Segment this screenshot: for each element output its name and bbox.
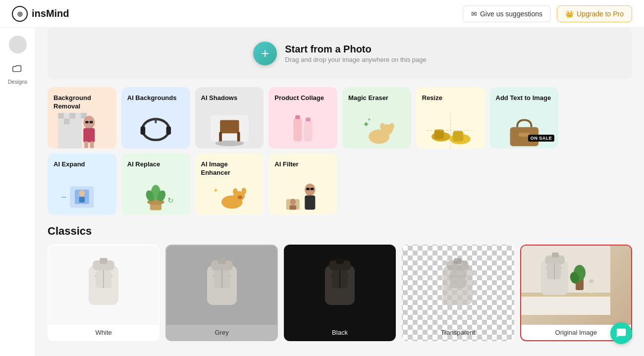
feature-card-ai-enhancer[interactable]: AI Image Enhancer ✦ — [195, 153, 264, 215]
feature-preview-ai-replace: ↻ — [127, 171, 184, 215]
classic-card-grey[interactable]: Grey — [165, 245, 277, 341]
feature-card-ai-filter[interactable]: AI Filter — [268, 153, 337, 215]
classic-preview-black — [285, 246, 395, 325]
svg-rect-19 — [220, 120, 239, 133]
classic-label-white: White — [49, 325, 159, 340]
svg-rect-23 — [293, 117, 302, 141]
header: ◎ insMind ✉ Give us suggestions 👑 Upgrad… — [0, 0, 644, 28]
feature-preview-ai-backgrounds — [127, 104, 184, 149]
svg-rect-21 — [237, 132, 240, 141]
classic-card-transparent[interactable]: Transparent — [402, 245, 514, 341]
svg-rect-68 — [100, 258, 107, 264]
svg-rect-99 — [552, 253, 559, 257]
feature-title-magic-eraser: Magic Eraser — [348, 94, 405, 102]
feature-preview-ai-expand: ↔ — [54, 171, 110, 215]
svg-rect-34 — [434, 129, 443, 139]
feature-card-ai-expand[interactable]: AI Expand ↔ — [48, 153, 116, 215]
svg-rect-7 — [64, 118, 70, 124]
logo-icon: ◎ — [12, 6, 28, 22]
svg-point-54 — [233, 188, 238, 195]
feature-card-resize[interactable]: Resize — [416, 87, 485, 149]
classic-label-transparent: Transparent — [403, 325, 513, 340]
classics-grid: White Grey — [48, 245, 632, 341]
classic-preview-grey — [166, 246, 276, 325]
svg-rect-15 — [140, 126, 145, 135]
feature-preview-magic-eraser: ✦ ✦ — [348, 104, 405, 149]
feature-title-resize: Resize — [422, 94, 479, 102]
folder-icon — [12, 63, 23, 77]
feature-preview-ai-shadows — [201, 104, 258, 149]
svg-rect-80 — [336, 258, 344, 264]
svg-point-43 — [79, 190, 85, 197]
feature-title-ai-filter: AI Filter — [274, 160, 331, 169]
svg-rect-86 — [454, 258, 462, 264]
svg-rect-44 — [79, 197, 85, 203]
suggestions-button[interactable]: ✉ Give us suggestions — [463, 5, 551, 22]
svg-rect-26 — [306, 117, 311, 121]
classics-section: Classics White — [48, 225, 632, 341]
upload-title: Start from a Photo — [285, 44, 426, 55]
feature-title-add-text: Add Text to Image — [496, 94, 553, 102]
svg-rect-74 — [218, 258, 226, 264]
feature-card-bg-removal[interactable]: Background Removal — [48, 87, 116, 149]
svg-rect-12 — [85, 121, 89, 123]
svg-point-56 — [237, 195, 242, 199]
svg-rect-16 — [166, 126, 171, 135]
svg-text:✦: ✦ — [213, 186, 218, 194]
feature-card-magic-eraser[interactable]: Magic Eraser ✦ ✦ — [342, 87, 411, 149]
svg-rect-60 — [306, 188, 310, 190]
svg-point-22 — [215, 140, 244, 146]
upload-button[interactable]: + — [253, 42, 277, 65]
feature-preview-ai-filter — [274, 171, 331, 215]
svg-text:↔: ↔ — [60, 193, 67, 201]
upload-subtitle: Drag and drop your image anywhere on thi… — [285, 56, 426, 63]
header-actions: ✉ Give us suggestions 👑 Upgrade to Pro — [463, 5, 632, 22]
feature-card-add-text[interactable]: Add Text to Image ON SALE — [490, 87, 559, 149]
feature-preview-product-collage — [274, 104, 331, 149]
logo: ◎ insMind — [12, 6, 69, 22]
feature-card-ai-backgrounds[interactable]: AI Backgrounds — [121, 87, 190, 149]
feature-title-ai-shadows: AI Shadows — [201, 94, 258, 102]
classic-card-white[interactable]: White — [48, 245, 160, 341]
svg-rect-65 — [290, 205, 296, 209]
classic-card-black[interactable]: Black — [284, 245, 396, 341]
upload-text: Start from a Photo Drag and drop your im… — [285, 44, 426, 63]
sidebar-item-designs[interactable]: Designs — [0, 59, 35, 89]
svg-rect-2 — [64, 113, 70, 119]
feature-title-ai-enhancer: AI Image Enhancer — [201, 160, 258, 177]
svg-rect-20 — [219, 132, 222, 141]
svg-rect-101 — [547, 263, 561, 279]
feature-card-product-collage[interactable]: Product Collage — [268, 87, 337, 149]
sidebar: Designs — [0, 28, 36, 356]
classic-label-grey: Grey — [166, 325, 276, 340]
svg-rect-59 — [305, 195, 315, 209]
classic-preview-white — [49, 246, 159, 325]
svg-point-8 — [83, 116, 95, 129]
svg-rect-10 — [84, 141, 88, 148]
sidebar-designs-label: Designs — [8, 79, 28, 85]
avatar — [9, 36, 27, 53]
feature-card-ai-shadows[interactable]: AI Shadows — [195, 87, 264, 149]
svg-rect-17 — [155, 117, 157, 123]
feature-title-ai-expand: AI Expand — [54, 160, 110, 169]
upgrade-button[interactable]: 👑 Upgrade to Pro — [557, 5, 632, 22]
feature-preview-add-text — [496, 104, 553, 149]
classics-title: Classics — [48, 225, 632, 238]
classic-preview-original — [521, 246, 631, 325]
upload-banner[interactable]: + Start from a Photo Drag and drop your … — [48, 28, 632, 79]
classic-preview-transparent — [403, 246, 513, 325]
feature-title-bg-removal: Background Removal — [54, 94, 110, 111]
svg-point-30 — [389, 123, 394, 129]
chat-button[interactable] — [610, 322, 632, 344]
svg-text:✦: ✦ — [367, 117, 371, 122]
feature-preview-resize — [422, 104, 479, 149]
svg-point-64 — [290, 199, 296, 205]
svg-rect-88 — [450, 270, 466, 288]
on-sale-badge: ON SALE — [528, 135, 555, 142]
feature-card-ai-replace[interactable]: AI Replace ↻ — [121, 153, 190, 215]
svg-point-55 — [241, 188, 246, 194]
svg-rect-36 — [453, 131, 463, 141]
svg-rect-1 — [58, 113, 64, 119]
svg-rect-3 — [69, 113, 75, 119]
main-content: + Start from a Photo Drag and drop your … — [36, 28, 644, 356]
